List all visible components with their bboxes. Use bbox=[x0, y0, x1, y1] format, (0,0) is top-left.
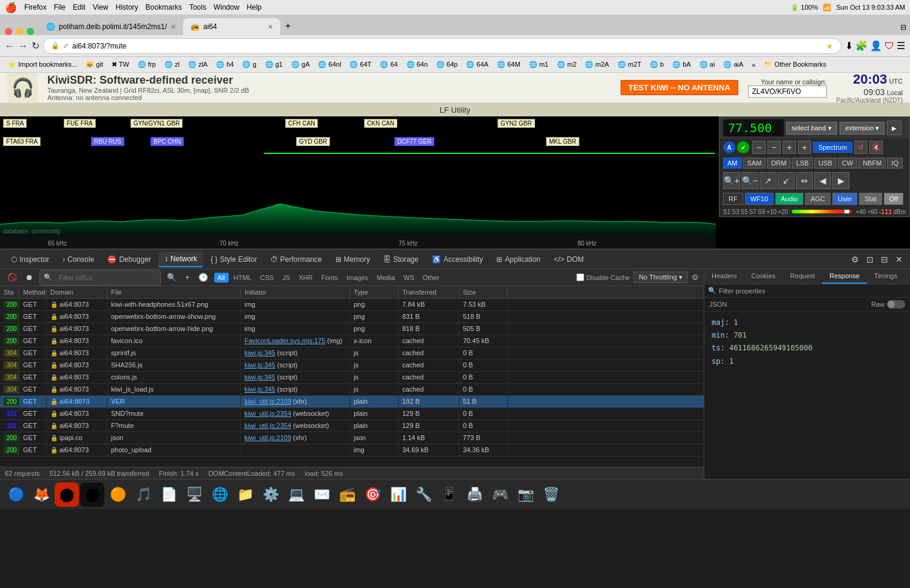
dock-app8[interactable]: 📷 bbox=[513, 483, 538, 507]
extensions-icon[interactable]: 🧩 bbox=[855, 40, 868, 52]
func-rf[interactable]: RF bbox=[723, 193, 743, 205]
extension-button[interactable]: extension ▾ bbox=[840, 122, 885, 135]
dock-red[interactable]: ⬤ bbox=[55, 483, 79, 507]
bookmark-zla[interactable]: 🌐 zlA bbox=[185, 59, 211, 70]
clear-btn[interactable]: 🚫 bbox=[5, 272, 19, 283]
filter-xhr[interactable]: XHR bbox=[295, 273, 316, 282]
bookmark-g[interactable]: 🌐 g bbox=[239, 59, 259, 70]
bookmark-g1[interactable]: 🌐 g1 bbox=[262, 59, 286, 70]
bookmark-m2a[interactable]: 🌐 m2A bbox=[582, 59, 612, 70]
menu-icon[interactable]: ☰ bbox=[897, 40, 905, 52]
tab-1-close[interactable]: ✕ bbox=[170, 23, 176, 31]
mode-a-indicator[interactable]: A bbox=[723, 141, 735, 153]
bookmark-b[interactable]: 🌐 b bbox=[647, 59, 667, 70]
dock-finder[interactable]: 🔵 bbox=[4, 483, 28, 507]
play-button[interactable]: ▶ bbox=[887, 121, 902, 135]
func-agc[interactable]: AGC bbox=[805, 193, 831, 205]
tab-application[interactable]: ⊞ Application bbox=[490, 252, 547, 267]
swap-btn[interactable]: ⇔ bbox=[796, 172, 813, 189]
resp-tab-response[interactable]: Response bbox=[822, 269, 867, 284]
firefox-menu[interactable]: Firefox bbox=[24, 3, 47, 12]
network-table-scroll[interactable]: Sta Method Domain File Initiator Type Tr… bbox=[0, 286, 704, 467]
filter-html[interactable]: HTML bbox=[230, 273, 255, 282]
filter-ws[interactable]: WS bbox=[400, 273, 418, 282]
bookmark-64p[interactable]: 🌐 64p bbox=[433, 59, 460, 70]
bookmark-ba[interactable]: 🌐 bA bbox=[669, 59, 694, 70]
expand-btn[interactable]: ↗ bbox=[760, 172, 777, 189]
bookmark-h4[interactable]: 🌐 h4 bbox=[213, 59, 237, 70]
table-row[interactable]: 200 GET 🔒 ai64:8073 kiwi-with-headphones… bbox=[0, 299, 704, 311]
dock-app5[interactable]: 📱 bbox=[437, 483, 461, 507]
tab-2[interactable]: 📻 ai64 ✕ bbox=[183, 18, 280, 35]
dock-orange[interactable]: 🟠 bbox=[106, 483, 130, 507]
bookmarks-menu[interactable]: Bookmarks bbox=[146, 3, 182, 12]
vpn-icon[interactable]: 🛡 bbox=[885, 41, 894, 52]
back-button[interactable]: ← bbox=[5, 41, 15, 52]
bookmark-tw[interactable]: ✖ TW bbox=[109, 59, 132, 70]
other-bookmarks[interactable]: 📁 Other Bookmarks bbox=[761, 59, 829, 70]
th-transferred[interactable]: Transferred bbox=[399, 286, 459, 298]
tab-console[interactable]: › Console bbox=[56, 252, 100, 267]
tab-storage[interactable]: 🗄 Storage bbox=[377, 252, 425, 267]
tab-accessibility[interactable]: ♿ Accessibility bbox=[426, 252, 489, 267]
th-status[interactable]: Sta bbox=[0, 286, 19, 298]
apple-menu[interactable]: 🍎 bbox=[5, 2, 17, 13]
view-menu[interactable]: View bbox=[93, 3, 109, 12]
th-file[interactable]: File bbox=[107, 286, 241, 298]
tab-network[interactable]: ↕ Network bbox=[158, 252, 203, 267]
table-row[interactable]: 200 GET 🔒 ai64:8073 favicon.ico FaviconL… bbox=[0, 335, 704, 347]
mode-iq[interactable]: IQ bbox=[887, 158, 903, 169]
resp-tab-timings[interactable]: Timings bbox=[867, 269, 905, 284]
mute-btn[interactable]: 🔇 bbox=[869, 141, 883, 154]
raw-toggle-switch[interactable] bbox=[887, 300, 905, 309]
export-btn[interactable]: 🕐 bbox=[196, 272, 211, 283]
dock-screen[interactable]: 🖥️ bbox=[182, 483, 206, 507]
func-user[interactable]: User bbox=[832, 193, 857, 205]
filter-urls-input[interactable] bbox=[54, 272, 157, 284]
devtools-close-btn[interactable]: ✕ bbox=[893, 253, 905, 266]
mode-usb[interactable]: USB bbox=[814, 158, 837, 169]
resp-tab-headers[interactable]: Headers bbox=[704, 269, 744, 284]
bookmark-m1[interactable]: 🌐 m1 bbox=[526, 59, 551, 70]
tab-performance[interactable]: ⏱ Performance bbox=[265, 252, 328, 267]
file-menu[interactable]: File bbox=[54, 3, 66, 12]
mode-nbfm[interactable]: NBFM bbox=[858, 158, 886, 169]
zoom-in-btn[interactable]: 🔍+ bbox=[723, 172, 740, 189]
window-menu[interactable]: Window bbox=[214, 3, 240, 12]
forward-button[interactable]: → bbox=[18, 41, 28, 52]
bookmark-ga[interactable]: 🌐 gA bbox=[288, 59, 313, 70]
bookmark-64a[interactable]: 🌐 64A bbox=[463, 59, 491, 70]
maximize-button[interactable] bbox=[27, 28, 34, 35]
sidebar-toggle[interactable]: ⊟ bbox=[897, 19, 910, 35]
dock-files[interactable]: 📁 bbox=[233, 483, 257, 507]
func-stat[interactable]: Stat bbox=[859, 193, 882, 205]
table-row[interactable]: 200 GET 🔒 ai64:8073 openwebrx-bottom-arr… bbox=[0, 323, 704, 335]
mode-drm[interactable]: DRM bbox=[767, 158, 790, 169]
history-menu[interactable]: History bbox=[116, 3, 138, 12]
devtools-settings-btn[interactable]: ⚙ bbox=[849, 253, 861, 266]
tab-dom[interactable]: </> DOM bbox=[548, 252, 590, 267]
bookmark-more[interactable]: » bbox=[749, 60, 758, 70]
prev-btn[interactable]: ◀ bbox=[814, 172, 831, 189]
search-btn[interactable]: 🔍 bbox=[164, 272, 179, 283]
dock-docs[interactable]: 📄 bbox=[157, 483, 181, 507]
th-domain[interactable]: Domain bbox=[47, 286, 107, 298]
filter-media[interactable]: Media bbox=[373, 273, 399, 282]
bookmark-64n[interactable]: 🌐 64n bbox=[403, 59, 431, 70]
filter-js[interactable]: JS bbox=[278, 273, 294, 282]
bookmark-aia[interactable]: 🌐 aiA bbox=[720, 59, 746, 70]
tab-2-close[interactable]: ✕ bbox=[268, 23, 273, 31]
url-input[interactable] bbox=[72, 42, 822, 50]
dock-app2[interactable]: 🎯 bbox=[360, 483, 385, 507]
filter-other[interactable]: Other bbox=[419, 273, 443, 282]
devtools-popout-btn[interactable]: ⊡ bbox=[864, 253, 876, 266]
tab-memory[interactable]: ⊞ Memory bbox=[329, 252, 376, 267]
dock-music[interactable]: 🎵 bbox=[131, 483, 155, 507]
func-wf10[interactable]: WF10 bbox=[745, 193, 774, 205]
dock-app4[interactable]: 🔧 bbox=[411, 483, 436, 507]
bookmark-64t[interactable]: 🌐 64T bbox=[346, 59, 374, 70]
dock-trash[interactable]: 🗑️ bbox=[539, 483, 563, 507]
network-settings-btn[interactable]: ⚙ bbox=[692, 273, 699, 282]
bookmark-m2t[interactable]: 🌐 m2T bbox=[615, 59, 644, 70]
dock-dark[interactable]: ⬤ bbox=[80, 483, 104, 507]
